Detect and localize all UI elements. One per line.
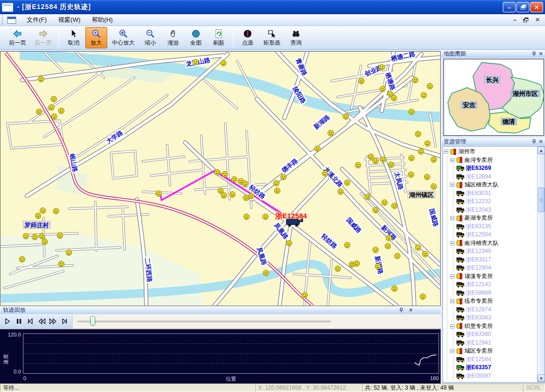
vehicle-smiley-marker[interactable] xyxy=(409,155,415,161)
eagle-eye-map[interactable]: 长兴湖州市区安吉德清 xyxy=(443,59,544,136)
collapse-icon[interactable] xyxy=(450,216,454,220)
collapse-icon[interactable] xyxy=(444,149,448,154)
tree-vehicle-item[interactable]: 浙E12874 xyxy=(456,306,536,314)
tree-vehicle-item[interactable]: 浙E63031 xyxy=(456,189,536,198)
step-end-button[interactable] xyxy=(59,316,70,327)
scroll-down-icon[interactable]: ▼ xyxy=(537,374,545,382)
tree-vehicle-item[interactable]: 浙E12043 xyxy=(456,206,536,215)
vehicle-smiley-marker[interactable] xyxy=(57,233,63,239)
collapse-icon[interactable] xyxy=(450,183,454,187)
scrollbar-thumb[interactable] xyxy=(538,187,545,212)
vehicle-smiley-marker[interactable] xyxy=(51,114,57,120)
tree-vehicle-item[interactable]: 浙E12142 xyxy=(456,280,536,289)
close-icon[interactable]: ✕ xyxy=(537,51,544,57)
vehicle-smiley-marker[interactable] xyxy=(365,194,370,200)
vehicle-smiley-marker[interactable] xyxy=(380,157,386,162)
tree-vehicle-item[interactable]: 浙E63357 xyxy=(456,364,536,372)
menu-window[interactable]: 视窗(W) xyxy=(53,14,86,26)
vehicle-smiley-marker[interactable] xyxy=(415,244,421,250)
tree-root-item[interactable]: 湖州市 xyxy=(444,148,536,156)
map-canvas[interactable]: 罗师庄村湖州镇区龙王山路青菱路栖塘二路栖塘路创业路陵阳路新湖路大学路岘山路德丰路… xyxy=(0,51,441,306)
map-svg[interactable]: 罗师庄村湖州镇区龙王山路青菱路栖塘二路栖塘路创业路陵阳路新湖路大学路岘山路德丰路… xyxy=(0,52,440,306)
vehicle-smiley-marker[interactable] xyxy=(391,95,397,101)
vehicle-smiley-marker[interactable] xyxy=(392,203,397,209)
vehicle-smiley-marker[interactable] xyxy=(244,214,249,220)
tree-vehicle-item[interactable]: 浙E09387 xyxy=(456,372,536,381)
vehicle-smiley-marker[interactable] xyxy=(359,78,364,84)
vehicle-smiley-marker[interactable] xyxy=(322,170,328,176)
pan-button[interactable]: 漫游 xyxy=(162,27,184,48)
vehicle-smiley-marker[interactable] xyxy=(231,177,237,182)
vehicle-smiley-marker[interactable] xyxy=(302,292,307,298)
vehicle-smiley-marker[interactable] xyxy=(355,162,361,168)
vehicle-smiley-marker[interactable] xyxy=(395,253,400,259)
tree-vehicle-item[interactable]: 浙E12584 xyxy=(456,355,536,364)
vehicle-smiley-marker[interactable] xyxy=(19,256,25,262)
vehicle-smiley-marker[interactable] xyxy=(281,174,286,180)
vehicle-smiley-marker[interactable] xyxy=(48,105,54,111)
vehicle-smiley-marker[interactable] xyxy=(425,140,430,146)
collapse-icon[interactable] xyxy=(450,274,454,279)
vehicle-smiley-marker[interactable] xyxy=(156,191,162,196)
vehicle-smiley-marker[interactable] xyxy=(379,65,385,70)
vehicle-smiley-marker[interactable] xyxy=(328,130,333,136)
vehicle-smiley-marker[interactable] xyxy=(335,266,341,271)
toolbar-grip[interactable] xyxy=(2,15,4,24)
pin-icon[interactable] xyxy=(531,51,537,57)
play-button[interactable] xyxy=(2,316,13,327)
mdi-restore-button[interactable] xyxy=(523,18,528,22)
vehicle-smiley-marker[interactable] xyxy=(412,77,418,83)
minimize-button[interactable]: – xyxy=(503,2,516,12)
scroll-up-icon[interactable]: ▲ xyxy=(537,147,545,154)
vehicle-smiley-marker[interactable] xyxy=(23,233,29,239)
cancel-button[interactable]: 取消 xyxy=(63,27,84,48)
vehicle-smiley-marker[interactable] xyxy=(243,195,249,201)
vehicle-smiley-marker[interactable] xyxy=(408,172,414,177)
vehicle-smiley-marker[interactable] xyxy=(36,109,42,115)
vehicle-smiley-marker[interactable] xyxy=(51,96,56,102)
tree-vehicle-item[interactable]: 浙E63360 xyxy=(456,330,536,339)
collapse-icon[interactable] xyxy=(450,324,454,328)
vehicle-smiley-marker[interactable] xyxy=(382,200,388,205)
menu-file[interactable]: 文件(F) xyxy=(21,14,53,26)
tree-group-item[interactable]: 练市专卖所 xyxy=(450,297,536,306)
vehicle-smiley-marker[interactable] xyxy=(40,208,46,214)
vehicle-smiley-marker[interactable] xyxy=(431,184,436,189)
tree-vehicle-item[interactable]: 浙E12340 xyxy=(456,247,536,256)
vehicle-smiley-marker[interactable] xyxy=(427,84,433,89)
collapse-icon[interactable] xyxy=(450,158,454,162)
tree-vehicle-item[interactable]: 浙E12894 xyxy=(456,173,536,181)
vehicle-smiley-marker[interactable] xyxy=(388,162,394,168)
vehicle-smiley-marker[interactable] xyxy=(422,251,428,257)
mdi-minimize-button[interactable]: – xyxy=(513,18,517,22)
query-button[interactable]: 查询 xyxy=(285,27,307,48)
prev-page-button[interactable]: 前一页 xyxy=(5,27,30,48)
vehicle-smiley-marker[interactable] xyxy=(249,193,254,199)
tree-vehicle-item[interactable]: 浙E63269 xyxy=(456,164,536,173)
close-icon[interactable]: ✕ xyxy=(537,139,544,145)
vehicle-smiley-marker[interactable] xyxy=(338,189,343,195)
vehicle-smiley-marker[interactable] xyxy=(373,158,379,164)
vehicle-smiley-marker[interactable] xyxy=(418,149,424,154)
vehicle-smiley-marker[interactable] xyxy=(222,171,228,177)
vehicle-smiley-marker[interactable] xyxy=(314,146,320,151)
collapse-icon[interactable] xyxy=(450,299,454,303)
vehicle-smiley-marker[interactable] xyxy=(431,157,436,162)
vehicle-smiley-marker[interactable] xyxy=(42,239,47,245)
zoom-in-button[interactable]: 放大 xyxy=(85,27,107,48)
mdi-child-icon[interactable] xyxy=(7,17,16,24)
vehicle-smiley-marker[interactable] xyxy=(373,247,379,252)
vehicle-smiley-marker[interactable] xyxy=(53,208,59,214)
tree-vehicle-item[interactable]: 浙E12941 xyxy=(456,339,536,347)
vehicle-smiley-marker[interactable] xyxy=(380,86,386,92)
tree-vehicle-item[interactable]: 浙E63383 xyxy=(456,314,536,322)
vehicle-smiley-marker[interactable] xyxy=(38,76,44,82)
close-icon[interactable]: ✕ xyxy=(407,307,414,313)
vehicle-smiley-marker[interactable] xyxy=(286,241,292,246)
zoom-out-button[interactable]: 缩小 xyxy=(139,27,161,48)
vehicle-smiley-marker[interactable] xyxy=(343,114,349,120)
vehicle-smiley-marker[interactable] xyxy=(193,59,198,65)
vehicle-smiley-marker[interactable] xyxy=(385,243,391,249)
tree-vehicle-item[interactable]: 浙E12232 xyxy=(456,197,536,206)
tree-vehicle-item[interactable]: 浙E12904 xyxy=(456,264,536,272)
